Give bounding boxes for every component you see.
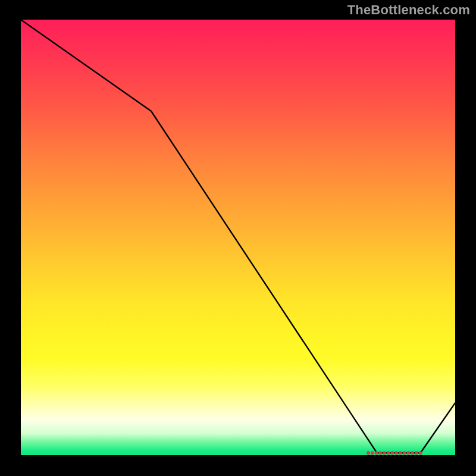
marker-dot [390,451,394,455]
marker-dot [419,451,422,455]
marker-dot [411,451,414,455]
chart-line-group [21,20,455,453]
marker-dot [378,451,382,455]
marker-dot [387,451,390,455]
marker-dot [406,451,410,455]
chart-svg [21,20,455,455]
marker-dot [375,451,378,455]
marker-dot [367,451,370,455]
marker-dot [415,451,418,455]
marker-dot [394,451,398,455]
marker-dot [399,451,402,455]
marker-dot [383,451,386,455]
chart-line [21,20,455,453]
plot-area [21,20,455,455]
attribution-label: TheBottleneck.com [347,2,470,18]
chart-frame: TheBottleneck.com [0,0,476,476]
marker-dot [371,451,374,455]
marker-dot [403,451,406,455]
